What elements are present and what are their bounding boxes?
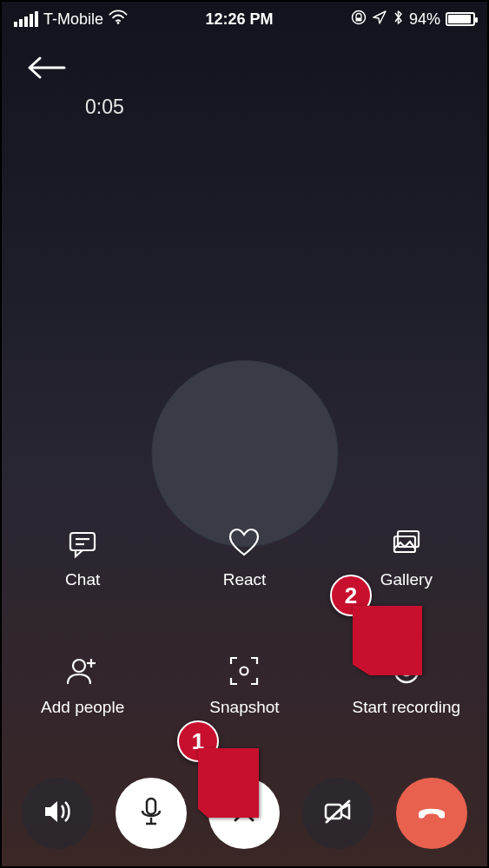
battery-icon <box>446 12 475 26</box>
signal-icon <box>14 11 38 27</box>
annotation-step-1-label: 1 <box>192 728 204 755</box>
back-button[interactable] <box>26 56 75 90</box>
record-icon <box>388 653 425 689</box>
actions-row-1: Chat React Gallery <box>2 525 487 589</box>
gallery-label: Gallery <box>380 570 433 589</box>
location-icon <box>372 10 387 30</box>
snapshot-label: Snapshot <box>209 698 279 717</box>
chat-icon <box>64 525 101 562</box>
svg-point-1 <box>352 10 365 23</box>
svg-point-8 <box>73 660 85 672</box>
orientation-lock-icon <box>351 10 367 30</box>
call-controls <box>2 778 487 849</box>
chat-label: Chat <box>65 570 100 589</box>
avatar <box>151 360 338 547</box>
video-off-icon <box>320 794 355 832</box>
speaker-button[interactable] <box>22 778 93 849</box>
snapshot-button[interactable]: Snapshot <box>163 653 325 717</box>
svg-point-0 <box>117 22 120 24</box>
start-recording-button[interactable]: Start recording <box>326 653 487 717</box>
react-label: React <box>223 570 267 589</box>
snapshot-icon <box>226 653 262 689</box>
video-button[interactable] <box>302 778 373 849</box>
call-screen: T-Mobile 12:26 PM 94% 0:05 <box>0 0 489 868</box>
speaker-icon <box>40 794 75 832</box>
hangup-icon <box>414 794 449 832</box>
microphone-icon <box>134 794 169 832</box>
add-people-button[interactable]: Add people <box>2 653 163 717</box>
status-bar: T-Mobile 12:26 PM 94% <box>2 2 487 36</box>
wifi-icon <box>109 10 128 30</box>
chat-button[interactable]: Chat <box>2 525 163 589</box>
react-button[interactable]: React <box>163 525 325 589</box>
add-people-label: Add people <box>41 698 124 717</box>
annotation-step-2: 2 <box>330 575 372 616</box>
annotation-step-1: 1 <box>177 720 219 762</box>
status-right: 94% <box>351 9 475 30</box>
add-people-icon <box>64 653 101 689</box>
close-menu-button[interactable] <box>208 778 280 849</box>
start-recording-label: Start recording <box>353 698 461 717</box>
actions-row-2: Add people Snapshot Start recording <box>2 653 487 717</box>
call-duration: 0:05 <box>85 95 124 119</box>
mute-button[interactable] <box>116 778 187 849</box>
carrier-label: T-Mobile <box>43 10 103 29</box>
svg-point-13 <box>400 666 412 677</box>
heart-icon <box>226 525 262 562</box>
svg-rect-14 <box>147 799 155 814</box>
annotation-step-2-label: 2 <box>345 582 357 609</box>
svg-rect-2 <box>355 17 361 21</box>
status-left: T-Mobile <box>14 10 128 30</box>
battery-pct: 94% <box>409 10 440 29</box>
gallery-icon <box>388 525 425 562</box>
bluetooth-icon <box>393 9 404 30</box>
hangup-button[interactable] <box>396 778 467 849</box>
close-icon <box>227 794 261 832</box>
clock: 12:26 PM <box>205 10 273 29</box>
svg-rect-3 <box>70 533 95 550</box>
svg-point-11 <box>241 667 248 675</box>
